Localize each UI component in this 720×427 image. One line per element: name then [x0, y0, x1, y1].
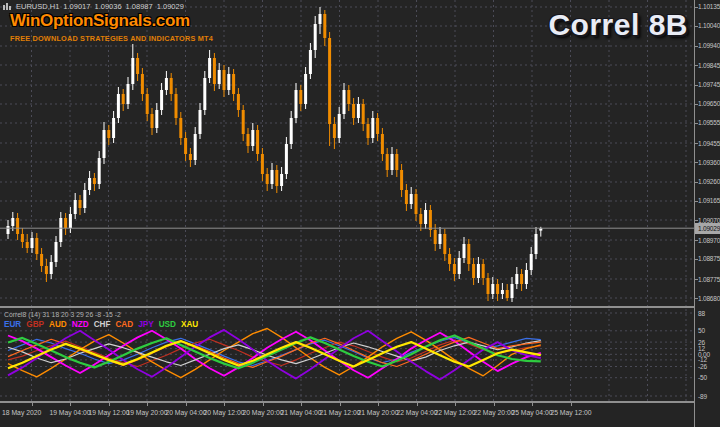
legend-currency-jpy: JPY [138, 320, 153, 329]
time-tick-mark [455, 403, 456, 406]
time-tick-mark [571, 403, 572, 406]
indicator-title-row: Correl8 (14) 31 18 20 3 29 26 -8 -15 -2 [4, 310, 203, 319]
time-tick-mark [378, 403, 379, 406]
time-tick-label: 21 May 20:00 [357, 409, 398, 416]
indicator-watermark: Correl 8B [548, 8, 688, 42]
candlestick-chart[interactable] [0, 0, 694, 308]
time-tick-mark [301, 403, 302, 406]
indicator-legend-row: EURGBPAUDNZDCHFCADJPYUSDXAU [4, 320, 203, 329]
indicator-tick-label: -50 [698, 374, 707, 381]
ohlc-high: 1.09036 [94, 2, 121, 11]
indicator-tick-label: 50 [698, 327, 705, 334]
ohlc-open: 1.09017 [63, 2, 90, 11]
brand-subtitle: FREE DOWNLOAD STRATEGIES AND INDICATORS … [10, 34, 213, 43]
price-tick-label: 1.09940 [698, 42, 720, 49]
current-price-tag: 1.09029 [695, 223, 720, 234]
time-tick-label: 19 May 12:00 [88, 409, 129, 416]
time-tick-label: 25 May 04:00 [511, 409, 552, 416]
time-tick-label: 22 May 04:00 [396, 409, 437, 416]
price-tick-label: 1.09165 [698, 197, 720, 204]
ohlc-low: 1.08987 [126, 2, 153, 11]
price-tick-label: 1.08775 [698, 276, 720, 283]
correlation-indicator-pane[interactable]: Correl8 (14) 31 18 20 3 29 26 -8 -15 -2 … [0, 309, 694, 401]
time-tick-label: 22 May 20:00 [473, 409, 514, 416]
time-tick-mark [224, 403, 225, 406]
time-tick-label: 25 May 12:00 [550, 409, 591, 416]
legend-currency-aud: AUD [49, 320, 67, 329]
symbol-ohlc-line: EURUSD,H1 1.09017 1.09036 1.08987 1.0902… [3, 1, 184, 11]
time-tick-label: 22 May 12:00 [434, 409, 475, 416]
price-axis[interactable]: 1.101351.100401.099401.098451.097451.096… [694, 0, 720, 427]
time-tick-label: 20 May 20:00 [242, 409, 283, 416]
time-tick-mark [417, 403, 418, 406]
price-tick-label: 1.09360 [698, 159, 720, 166]
time-tick-mark [263, 403, 264, 406]
chart-icon [3, 2, 12, 10]
legend-currency-eur: EUR [4, 320, 21, 329]
indicator-tick-label: -12 [698, 356, 707, 363]
time-tick-mark [186, 403, 187, 406]
legend-currency-gbp: GBP [26, 320, 44, 329]
indicator-tick-label: 88 [698, 310, 705, 317]
time-tick-mark [32, 403, 33, 406]
price-tick-label: 1.09745 [698, 81, 720, 88]
price-tick-label: 1.09650 [698, 100, 720, 107]
indicator-values: 31 18 20 3 29 26 -8 -15 -2 [42, 311, 121, 318]
price-tick-label: 1.08680 [698, 295, 720, 302]
time-tick-mark [532, 403, 533, 406]
legend-currency-chf: CHF [94, 320, 111, 329]
time-tick-mark [494, 403, 495, 406]
time-tick-mark [109, 403, 110, 406]
price-chart-pane[interactable]: EURUSD,H1 1.09017 1.09036 1.08987 1.0902… [0, 0, 694, 308]
mt4-chart-window: EURUSD,H1 1.09017 1.09036 1.08987 1.0902… [0, 0, 720, 427]
time-tick-label: 21 May 12:00 [319, 409, 360, 416]
time-tick-mark [147, 403, 148, 406]
time-tick-label: 19 May 20:00 [126, 409, 167, 416]
legend-currency-usd: USD [159, 320, 176, 329]
pane-separator[interactable] [0, 306, 694, 308]
price-tick-label: 1.08970 [698, 237, 720, 244]
brand-title: WinOptionSignals.com [10, 11, 213, 31]
time-tick-label: 21 May 04:00 [280, 409, 321, 416]
price-tick-label: 1.10040 [698, 22, 720, 29]
price-tick-label: 1.09455 [698, 140, 720, 147]
time-tick-label: 19 May 04:00 [49, 409, 90, 416]
time-tick-mark [70, 403, 71, 406]
price-tick-label: 1.09555 [698, 119, 720, 126]
price-tick-label: 1.08875 [698, 255, 720, 262]
time-tick-mark [340, 403, 341, 406]
price-tick-label: 1.10135 [698, 3, 720, 10]
time-tick-label: 18 May 2020 [2, 409, 41, 416]
brand-block: WinOptionSignals.com FREE DOWNLOAD STRAT… [10, 11, 213, 43]
indicator-labels: Correl8 (14) 31 18 20 3 29 26 -8 -15 -2 … [4, 310, 203, 329]
price-tick-label: 1.09845 [698, 62, 720, 69]
legend-currency-nzd: NZD [72, 320, 89, 329]
price-tick-label: 1.09260 [698, 178, 720, 185]
legend-currency-cad: CAD [115, 320, 133, 329]
time-tick-label: 20 May 04:00 [165, 409, 206, 416]
symbol-label: EURUSD,H1 [16, 2, 59, 11]
indicator-tick-label: -89 [698, 393, 707, 400]
ohlc-close: 1.09029 [157, 2, 184, 11]
time-axis[interactable]: 18 May 202019 May 04:0019 May 12:0019 Ma… [0, 403, 694, 427]
time-tick-label: 20 May 12:00 [203, 409, 244, 416]
indicator-title: Correl8 (14) [4, 311, 40, 318]
legend-currency-xau: XAU [181, 320, 198, 329]
indicator-tick-label: -26 [698, 363, 707, 370]
